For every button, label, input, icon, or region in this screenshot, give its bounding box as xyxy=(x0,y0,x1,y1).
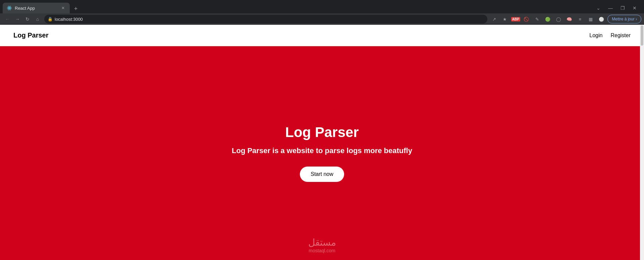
extension1-button[interactable]: 🟢 xyxy=(543,14,552,24)
tab-bar: React App ✕ + ⌄ — ❐ ✕ xyxy=(0,0,644,13)
shield-button[interactable]: 🚫 xyxy=(522,14,531,24)
reload-button[interactable]: ↻ xyxy=(23,14,32,24)
menu-button[interactable]: ≡ xyxy=(575,14,585,24)
hero-title: Log Parser xyxy=(285,124,359,140)
window-dropdown-button[interactable]: ⌄ xyxy=(594,4,602,12)
sidebar-button[interactable]: ▦ xyxy=(586,14,595,24)
window-controls: ⌄ — ❐ ✕ xyxy=(594,4,641,13)
window-minimize-button[interactable]: — xyxy=(606,4,614,12)
pen-button[interactable]: ✎ xyxy=(532,14,542,24)
svg-point-0 xyxy=(9,7,10,8)
home-button[interactable]: ⌂ xyxy=(33,14,42,24)
browser-toolbar: ← → ↻ ⌂ 🔒 localhost:3000 ↗ ★ ABP 🚫 ✎ 🟢 ◯… xyxy=(0,13,644,25)
tab-title: React App xyxy=(15,6,58,11)
start-now-button[interactable]: Start now xyxy=(300,167,344,182)
react-favicon-icon xyxy=(7,5,12,11)
update-button[interactable]: Mettre à jour › xyxy=(607,15,641,23)
lock-icon: 🔒 xyxy=(48,17,53,21)
website-content: Log Parser Login Register Log Parser Log… xyxy=(0,25,644,260)
scrollbar-thumb[interactable] xyxy=(641,25,643,46)
watermark-latin-text: mostaql.com xyxy=(308,248,336,253)
extensions-button[interactable]: 🧠 xyxy=(565,14,574,24)
toolbar-actions: ↗ ★ ABP 🚫 ✎ 🟢 ◯ 🧠 ≡ ▦ ⚪ Mettre à jour › xyxy=(489,14,641,24)
extension2-button[interactable]: ◯ xyxy=(554,14,563,24)
nav-links: Login Register xyxy=(589,32,631,39)
nav-logo: Log Parser xyxy=(13,31,48,39)
window-close-button[interactable]: ✕ xyxy=(631,4,639,12)
hero-subtitle: Log Parser is a website to parse logs mo… xyxy=(232,146,412,156)
back-button[interactable]: ← xyxy=(3,14,12,24)
hero-section: Log Parser Log Parser is a website to pa… xyxy=(0,46,644,260)
window-maximize-button[interactable]: ❐ xyxy=(619,4,627,12)
browser-chrome: React App ✕ + ⌄ — ❐ ✕ ← → ↻ ⌂ 🔒 localhos… xyxy=(0,0,644,25)
nav-buttons: ← → ↻ ⌂ xyxy=(3,14,42,24)
adblock-button[interactable]: ABP xyxy=(511,14,520,24)
forward-button[interactable]: → xyxy=(13,14,22,24)
url-text: localhost:3000 xyxy=(55,17,484,22)
watermark: مستقل mostaql.com xyxy=(308,237,336,253)
watermark-arabic-text: مستقل xyxy=(308,237,336,248)
login-link[interactable]: Login xyxy=(589,32,602,39)
tab-close-button[interactable]: ✕ xyxy=(60,5,66,11)
new-tab-button[interactable]: + xyxy=(71,4,80,13)
browser-tab[interactable]: React App ✕ xyxy=(3,3,70,13)
register-link[interactable]: Register xyxy=(610,32,631,39)
bookmark-button[interactable]: ★ xyxy=(500,14,509,24)
profile-button[interactable]: ⚪ xyxy=(597,14,606,24)
share-button[interactable]: ↗ xyxy=(489,14,499,24)
address-bar[interactable]: 🔒 localhost:3000 xyxy=(44,15,487,23)
top-nav: Log Parser Login Register xyxy=(0,25,644,46)
scrollbar[interactable] xyxy=(640,25,644,260)
